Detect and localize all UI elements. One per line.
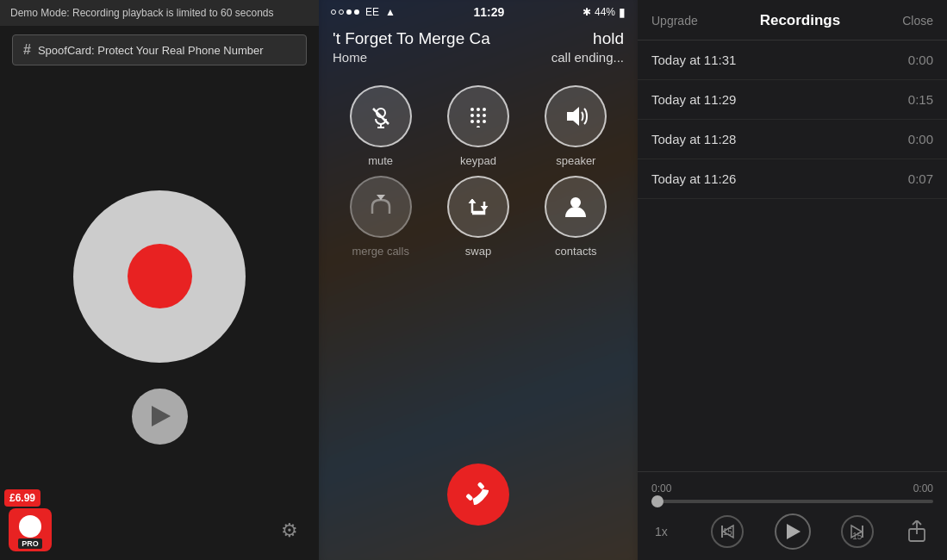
contacts-icon	[545, 176, 607, 238]
mute-label: mute	[368, 154, 393, 167]
status-left: EE ▲	[331, 6, 396, 18]
player-controls: 1x 15 15	[651, 513, 933, 550]
skip-forward-label: 15	[852, 532, 862, 541]
skip-back-button[interactable]: 15	[711, 515, 744, 548]
call-name-row: 't Forget To Merge Ca hold	[333, 29, 624, 48]
player-slider[interactable]	[651, 500, 933, 503]
recordings-list: Today at 11:31 0:00 Today at 11:29 0:15 …	[638, 40, 947, 471]
status-right: ✱ 44% ▮	[583, 5, 626, 19]
keypad-icon	[447, 85, 509, 147]
swap-icon	[447, 176, 509, 238]
spoofcard-label: SpoofCard: Protect Your Real Phone Numbe…	[38, 44, 264, 57]
mute-icon	[350, 85, 412, 147]
swap-label: swap	[465, 245, 491, 258]
phone-content: EE ▲ 11:29 ✱ 44% ▮ 't Forget To Merge Ca…	[319, 0, 638, 560]
rec-logo	[9, 508, 52, 551]
call-buttons-grid: mute	[319, 68, 638, 446]
svg-point-10	[470, 120, 474, 123]
wifi-icon: ▲	[385, 6, 396, 18]
bottom-left-area: £6.99	[9, 508, 52, 551]
svg-marker-17	[481, 206, 488, 210]
battery-label: 44%	[595, 6, 615, 18]
skip-forward-button[interactable]: 15	[841, 515, 874, 548]
record-area	[73, 74, 246, 560]
play-button[interactable]	[132, 389, 188, 445]
recording-item[interactable]: Today at 11:26 0:07	[638, 159, 947, 199]
svg-point-12	[483, 120, 486, 123]
hash-icon: #	[23, 42, 31, 58]
recording-time-2: Today at 11:28	[651, 132, 736, 146]
player-current-time: 0:00	[651, 482, 671, 495]
call-name: 't Forget To Merge Ca	[333, 29, 593, 48]
svg-rect-19	[477, 482, 485, 489]
contacts-button[interactable]: contacts	[532, 176, 620, 258]
battery-icon: ▮	[619, 5, 626, 19]
bluetooth-icon: ✱	[583, 6, 591, 18]
close-button[interactable]: Close	[902, 14, 933, 28]
keypad-button[interactable]: keypad	[433, 85, 522, 167]
svg-point-18	[570, 197, 581, 208]
svg-marker-16	[469, 199, 476, 203]
contacts-label: contacts	[555, 245, 596, 258]
speaker-icon	[545, 85, 607, 147]
keypad-label: keypad	[460, 154, 496, 167]
share-button[interactable]	[904, 519, 930, 544]
svg-point-4	[470, 108, 474, 111]
svg-point-5	[477, 108, 480, 111]
player-time-row: 0:00 0:00	[651, 482, 933, 495]
recording-time-3: Today at 11:26	[651, 171, 736, 186]
recording-item[interactable]: Today at 11:31 0:00	[638, 40, 947, 80]
price-badge: £6.99	[4, 489, 40, 507]
mute-button[interactable]: mute	[336, 85, 425, 167]
player-play-button[interactable]	[775, 513, 811, 550]
recording-duration-0: 0:00	[908, 53, 933, 67]
signal-dot-3	[346, 9, 352, 15]
svg-point-9	[483, 114, 486, 117]
recording-duration-3: 0:07	[908, 171, 933, 186]
signal-dot-1	[331, 9, 336, 15]
merge-calls-label: merge calls	[352, 245, 408, 258]
call-location: Home	[333, 50, 367, 65]
end-call-area	[319, 446, 638, 560]
svg-point-7	[470, 114, 474, 117]
signal-dot-4	[354, 9, 359, 15]
speaker-label: speaker	[556, 154, 595, 167]
player-slider-thumb[interactable]	[651, 495, 664, 507]
recording-time-0: Today at 11:31	[651, 53, 736, 67]
player-speed[interactable]: 1x	[655, 525, 681, 538]
call-ending-status: call ending...	[551, 50, 624, 65]
svg-point-6	[483, 108, 486, 111]
rec-logo-circle	[19, 515, 41, 538]
status-time: 11:29	[474, 5, 505, 19]
svg-point-11	[477, 120, 480, 123]
call-hold-status: hold	[593, 29, 624, 48]
merge-calls-button[interactable]: merge calls	[336, 176, 425, 258]
recording-time-1: Today at 11:29	[651, 92, 736, 107]
left-panel: Demo Mode: Recording playback is limited…	[0, 0, 319, 560]
player-area: 0:00 0:00 1x 15 15	[638, 471, 947, 560]
record-indicator	[128, 244, 192, 308]
settings-button[interactable]: ⚙	[276, 517, 303, 544]
svg-point-13	[477, 126, 480, 128]
record-button[interactable]	[73, 190, 246, 363]
svg-point-8	[477, 114, 480, 117]
upgrade-button[interactable]: Upgrade	[651, 14, 698, 28]
spoofcard-banner: # SpoofCard: Protect Your Real Phone Num…	[12, 34, 307, 65]
carrier-label: EE	[365, 6, 379, 18]
svg-line-3	[373, 109, 389, 124]
recording-item[interactable]: Today at 11:28 0:00	[638, 120, 947, 159]
swap-button[interactable]: swap	[433, 176, 522, 258]
call-status-row: Home call ending...	[333, 50, 624, 65]
svg-marker-14	[567, 107, 579, 126]
speaker-button[interactable]: speaker	[532, 85, 620, 167]
right-panel: Upgrade Recordings Close Today at 11:31 …	[638, 0, 947, 560]
call-header: 't Forget To Merge Ca hold Home call end…	[319, 22, 638, 68]
recordings-header: Upgrade Recordings Close	[638, 0, 947, 40]
recording-duration-1: 0:15	[908, 92, 933, 107]
end-call-button[interactable]	[434, 451, 522, 538]
recording-duration-2: 0:00	[908, 132, 933, 146]
svg-rect-20	[465, 494, 473, 501]
recording-item[interactable]: Today at 11:29 0:15	[638, 80, 947, 120]
demo-banner: Demo Mode: Recording playback is limited…	[0, 0, 319, 26]
player-total-time: 0:00	[913, 482, 933, 495]
